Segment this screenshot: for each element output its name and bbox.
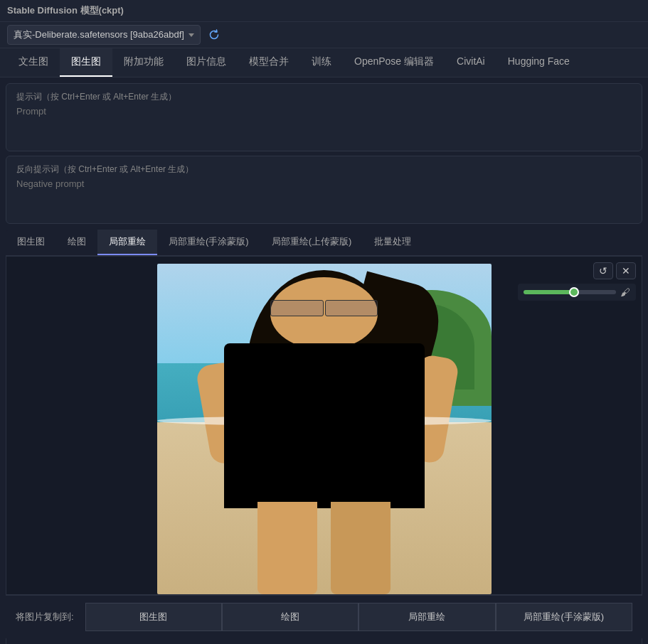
copy-to-img2img-button[interactable]: 图生图 xyxy=(85,603,222,631)
copy-to-inpaint-sketch-button[interactable]: 局部重绘(手涂蒙版) xyxy=(496,603,632,631)
sub-tab-batch[interactable]: 批量处理 xyxy=(363,230,423,255)
tab-img2img[interactable]: 图生图 xyxy=(60,48,112,77)
tab-civitai[interactable]: CivitAi xyxy=(445,48,496,77)
zoom-row: 缩放模式 Rate xyxy=(6,638,642,644)
sub-tab-inpaint-upload[interactable]: 局部重绘(上传蒙版) xyxy=(260,230,363,255)
title-bar-text: Stable Diffusion 模型(ckpt) xyxy=(7,4,124,17)
glasses xyxy=(270,300,377,316)
model-select-row: 真实-Deliberate.safetensors [9aba26abdf] xyxy=(0,22,648,48)
sub-tab-inpaint[interactable]: 局部重绘 xyxy=(97,230,157,255)
bottom-bar: 将图片复制到: 图生图 绘图 局部重绘 局部重绘(手涂蒙版) xyxy=(6,595,642,638)
canvas-image[interactable] xyxy=(157,264,492,594)
sub-tab-bar: 图生图 绘图 局部重绘 局部重绘(手涂蒙版) 局部重绘(上传蒙版) 批量处理 xyxy=(6,230,642,256)
close-icon: ✕ xyxy=(622,265,630,277)
close-canvas-button[interactable]: ✕ xyxy=(616,262,636,279)
sub-tab-img2img[interactable]: 图生图 xyxy=(6,230,56,255)
brush-size-row: 🖌 xyxy=(518,284,636,301)
model-select-value: 真实-Deliberate.safetensors [9aba26abdf] xyxy=(14,28,184,41)
tab-train[interactable]: 训练 xyxy=(300,48,343,77)
right-leg xyxy=(331,502,391,594)
tab-extras[interactable]: 附加功能 xyxy=(112,48,175,77)
refresh-icon xyxy=(208,28,221,41)
refresh-model-button[interactable] xyxy=(205,27,223,43)
copy-to-label: 将图片复制到: xyxy=(16,611,85,623)
tab-huggingface[interactable]: Hugging Face xyxy=(496,48,581,77)
prompt-label: 提示词（按 Ctrl+Enter 或 Alt+Enter 生成） xyxy=(16,91,632,103)
model-select-dropdown[interactable]: 真实-Deliberate.safetensors [9aba26abdf] xyxy=(7,25,201,45)
copy-to-sketch-button[interactable]: 绘图 xyxy=(222,603,358,631)
tab-imginfo[interactable]: 图片信息 xyxy=(175,48,238,77)
reset-canvas-button[interactable]: ↺ xyxy=(593,262,613,279)
negative-prompt-label: 反向提示词（按 Ctrl+Enter 或 Alt+Enter 生成） xyxy=(16,163,632,176)
negative-prompt-section: 反向提示词（按 Ctrl+Enter 或 Alt+Enter 生成） xyxy=(6,156,642,224)
left-leg xyxy=(257,502,318,594)
prompt-section: 提示词（按 Ctrl+Enter 或 Alt+Enter 生成） xyxy=(6,83,642,151)
negative-prompt-input[interactable] xyxy=(16,178,632,214)
tab-txt2img[interactable]: 文生图 xyxy=(7,48,60,77)
copy-to-inpaint-button[interactable]: 局部重绘 xyxy=(358,603,495,631)
toolbar-top-row: ↺ ✕ xyxy=(593,262,636,279)
tab-merge[interactable]: 模型合并 xyxy=(238,48,300,77)
canvas-toolbar: ↺ ✕ 🖌 xyxy=(518,262,636,301)
brush-icon: 🖌 xyxy=(620,286,630,298)
canvas-area[interactable]: ↺ ✕ 🖌 xyxy=(6,256,642,595)
tab-openpose[interactable]: OpenPose 编辑器 xyxy=(343,48,445,77)
sub-tab-inpaint-sketch[interactable]: 局部重绘(手涂蒙版) xyxy=(157,230,260,255)
title-bar: Stable Diffusion 模型(ckpt) xyxy=(0,0,648,22)
main-tab-bar: 文生图 图生图 附加功能 图片信息 模型合并 训练 OpenPose 编辑器 C… xyxy=(0,48,648,77)
sub-tab-sketch[interactable]: 绘图 xyxy=(56,230,97,255)
prompt-input[interactable] xyxy=(16,106,632,141)
brush-size-slider[interactable] xyxy=(524,290,616,294)
chevron-down-icon xyxy=(188,33,194,37)
black-shirt-overlay xyxy=(224,343,425,509)
reset-icon: ↺ xyxy=(599,265,607,277)
